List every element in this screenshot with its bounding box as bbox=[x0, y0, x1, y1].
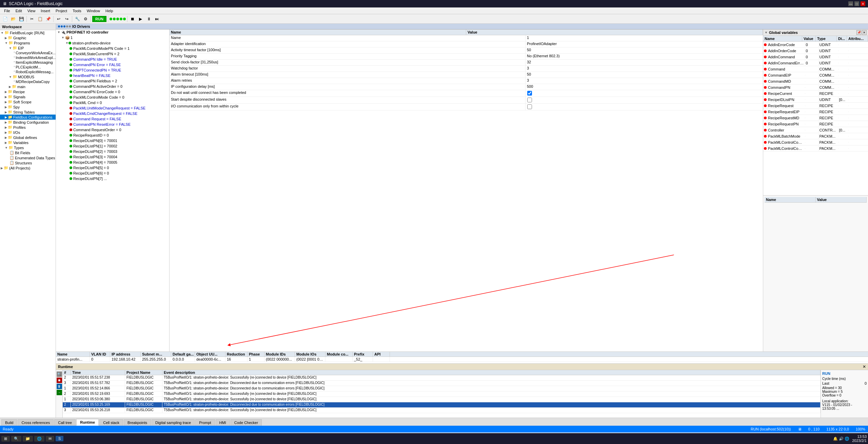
dt-item-recipe2[interactable]: RecipeDListPN[2] = 70003 bbox=[56, 149, 169, 154]
rt-row-3[interactable]: 1 2023/02/01 05:52:14.866 FIELDBUSLOGIC … bbox=[63, 386, 821, 391]
dt-item-recipe5[interactable]: RecipeDListPN[5] = 0 bbox=[56, 165, 169, 170]
dt-item-packmlcontrolmode[interactable]: PackMLControlMode Code = 0 bbox=[56, 95, 169, 100]
dowait-checkbox[interactable] bbox=[527, 91, 532, 96]
sidebar-item-conveyorworkarea[interactable]: * ConveyorWorkAreaEx... bbox=[0, 51, 56, 55]
tab-cellstack[interactable]: Cell stack bbox=[99, 419, 123, 426]
table-row-straton[interactable]: straton-profin... 0 192.168.10.42 255.25… bbox=[56, 357, 868, 362]
menu-window[interactable]: Window bbox=[84, 8, 103, 14]
sidebar-item-recipe[interactable]: ▶ 📁 Recipe bbox=[0, 89, 56, 94]
dt-item-packmlcmd[interactable]: PackML Cmd = 0 bbox=[56, 100, 169, 105]
rt-row-1[interactable]: 2 2023/02/01 05:51:57.238 FIELDBUSLOGIC … bbox=[63, 375, 821, 381]
var-recipeIDListPN[interactable]: RecipeIDListPN UDINT [0... bbox=[763, 97, 868, 103]
tab-crossrefs[interactable]: Cross references bbox=[18, 419, 54, 426]
var-command[interactable]: Command COMM... bbox=[763, 66, 868, 72]
sidebar-item-enumerated[interactable]: 📋 Enumerated Data Types bbox=[0, 155, 56, 160]
dt-node-1[interactable]: ▼ 📦 1 bbox=[56, 35, 169, 40]
menu-project[interactable]: Project bbox=[53, 8, 70, 14]
rt-row-5[interactable]: 1 2023/02/01 05:53:06.380 FIELDBUSLOGIC … bbox=[63, 397, 821, 402]
sidebar-item-variables[interactable]: ▶ 📁 Variables bbox=[0, 140, 56, 145]
sidebar-item-indexedwork[interactable]: * IndexedWorkAreaExpl... bbox=[0, 55, 56, 60]
tab-calltree[interactable]: Call tree bbox=[54, 419, 76, 426]
close-button[interactable]: ✕ bbox=[861, 1, 865, 6]
run-button[interactable]: ▶ bbox=[137, 15, 144, 23]
dt-item-commandpn-errcode[interactable]: CommandPN ErrorCode = 0 bbox=[56, 89, 169, 95]
dt-item-packml-control[interactable]: PackMLControlModePN Code = 1 bbox=[56, 46, 169, 51]
save-button[interactable]: 💾 bbox=[18, 15, 25, 23]
var-recipeRequestPN[interactable]: RecipeRequestPN RECIPE bbox=[763, 121, 868, 127]
sidebar-item-ios[interactable]: ▶ 📁 I/Os bbox=[0, 130, 56, 135]
var-controller[interactable]: Controller CONTR... [0... bbox=[763, 127, 868, 133]
startdespite-checkbox[interactable] bbox=[527, 98, 532, 102]
dt-item-recipe3[interactable]: RecipeDListPN[3] = 70004 bbox=[56, 154, 169, 160]
dt-item-packmlcmd2[interactable]: PackMLCmdChangeRequest = FALSE bbox=[56, 111, 169, 116]
tab-codechecker[interactable]: Code Checker bbox=[231, 419, 262, 426]
sidebar-item-main[interactable]: ▶ 📁 main bbox=[0, 84, 56, 89]
sidebar-item-programs[interactable]: ▼ 📁 Programs bbox=[0, 40, 56, 45]
var-addinOrderCode[interactable]: AddInOrderCode 0 UDINT bbox=[763, 48, 868, 54]
var-packmlBatch[interactable]: PackMLBatchMode PACKM... bbox=[763, 133, 868, 139]
sidebar-item-eip[interactable]: ▼ 📁 EIP bbox=[0, 45, 56, 51]
maximize-button[interactable]: □ bbox=[854, 1, 859, 6]
panel-pin-button[interactable]: 📌 bbox=[856, 30, 861, 35]
dt-item-recipe0[interactable]: RecipeDListPN[0] = 70001 bbox=[56, 138, 169, 143]
undo-button[interactable]: ↩ bbox=[55, 15, 62, 23]
dt-item-packml-state[interactable]: PackMLStateCurrentPN = 2 bbox=[56, 51, 169, 57]
var-recipeRequestEIP[interactable]: RecipeRequestEIP RECIPE bbox=[763, 109, 868, 115]
sidebar-item-plcexplicit[interactable]: * PLCExplicitM... bbox=[0, 65, 56, 69]
var-commandEIP[interactable]: CommandEIP COMM... bbox=[763, 72, 868, 78]
rt-icon-filter[interactable]: 🔍 bbox=[57, 371, 62, 377]
dt-item-recipe6[interactable]: RecipeDListPN[6] = 0 bbox=[56, 170, 169, 176]
menu-view[interactable]: View bbox=[25, 8, 38, 14]
compile-button[interactable]: ⚙ bbox=[82, 15, 89, 23]
cut-button[interactable]: ✂ bbox=[28, 15, 36, 23]
sidebar-item-signals[interactable]: ▶ 📁 Signals bbox=[0, 94, 56, 99]
sidebar-item-globaldefines[interactable]: ▶ 📁 Global defines bbox=[0, 135, 56, 140]
dt-item-commandpn-idle[interactable]: CommandPN Idle = TRUE bbox=[56, 57, 169, 62]
rt-icon-clear[interactable]: 🗑 bbox=[57, 384, 62, 389]
dt-item-cmdpn-reset[interactable]: CommandPN ResetError = FALSE bbox=[56, 122, 169, 127]
dt-item-commandpn-error[interactable]: CommandPN Error = FALSE bbox=[56, 62, 169, 67]
menu-insert[interactable]: Insert bbox=[38, 8, 53, 14]
rt-icon-stop[interactable]: ⏹ bbox=[57, 378, 62, 383]
menu-file[interactable]: File bbox=[1, 8, 13, 14]
sidebar-item-binding[interactable]: ▶ 📁 Binding Configuration bbox=[0, 120, 56, 125]
tab-digitalsampling[interactable]: Digital sampling trace bbox=[152, 419, 195, 426]
tab-hmi[interactable]: HMI bbox=[216, 419, 230, 426]
var-commandPN[interactable]: CommandPN COMM... bbox=[763, 84, 868, 90]
sidebar-item-types[interactable]: ▼ 📁 Types bbox=[0, 145, 56, 150]
var-recipeCurrent[interactable]: RecipeCurrent RECIPE bbox=[763, 90, 868, 97]
dt-item-commandpn-active[interactable]: CommandPN ActiveOrder = 0 bbox=[56, 84, 169, 89]
sidebar-item-structures[interactable]: 📋 Structures bbox=[0, 160, 56, 165]
menu-help[interactable]: Help bbox=[103, 8, 116, 14]
minimize-button[interactable]: — bbox=[848, 1, 853, 6]
sidebar-item-softscope[interactable]: ▶ 📁 Soft Scope bbox=[0, 99, 56, 104]
sidebar-item-itemexplicit[interactable]: * ItemExplicitMessaging bbox=[0, 60, 56, 65]
dt-item-recipereqid[interactable]: RecipeRequestID = 0 bbox=[56, 133, 169, 138]
sidebar-item-robotexplicit[interactable]: * RobotExplicitMessag... bbox=[0, 69, 56, 74]
runtime-close-button[interactable]: ✕ bbox=[863, 364, 866, 369]
dt-item-heartbeat[interactable]: heartBeatPN = FALSE bbox=[56, 73, 169, 78]
dt-item-cmdreq[interactable]: Command Request = FALSE bbox=[56, 116, 169, 122]
copy-button[interactable]: 📋 bbox=[36, 15, 44, 23]
rt-row-6[interactable]: 2 2023/02/01 05:53:25.169 FIELDBUSLOGIC … bbox=[63, 402, 821, 408]
dt-item-cmdreqorder[interactable]: Command RequestOrder = 0 bbox=[56, 127, 169, 133]
sidebar-item-modbus[interactable]: ▼ 📁 MODBUS bbox=[0, 74, 56, 79]
tab-breakpoints[interactable]: Breakpoints bbox=[124, 419, 151, 426]
workspace-root[interactable]: ▼ 📁 FieldBusLogic [RUN] bbox=[0, 30, 56, 35]
sidebar-item-bitfields[interactable]: 📋 Bit Fields bbox=[0, 150, 56, 155]
var-addinCommand[interactable]: AddInCommand 0 UDINT bbox=[763, 54, 868, 60]
menu-edit[interactable]: Edit bbox=[13, 8, 25, 14]
stop-button[interactable]: ⏹ bbox=[129, 15, 136, 23]
build-button[interactable]: 🔧 bbox=[74, 15, 81, 23]
dt-item-recipe7[interactable]: RecipeDListPN[7] ... bbox=[56, 176, 169, 181]
var-addinErrorCode[interactable]: AddInErrorCode 0 UDINT bbox=[763, 42, 868, 48]
open-button[interactable]: 📂 bbox=[9, 15, 17, 23]
tab-build[interactable]: Build bbox=[1, 419, 17, 426]
sidebar-item-stringtables[interactable]: ▶ 📁 String Tables bbox=[0, 109, 56, 115]
step-button[interactable]: ⏭ bbox=[153, 15, 161, 23]
rt-row-2[interactable]: 3 2023/02/01 05:51:57.782 FIELDBUSLOGIC … bbox=[63, 381, 821, 386]
sidebar-item-spy[interactable]: ▶ 📁 Spy bbox=[0, 104, 56, 109]
sidebar-item-fieldbus[interactable]: ▶ 📁 Fieldbus Configurations bbox=[0, 115, 56, 120]
menu-tools[interactable]: Tools bbox=[70, 8, 84, 14]
dt-straton-device[interactable]: ▼ straton-profneto-device bbox=[56, 40, 169, 46]
